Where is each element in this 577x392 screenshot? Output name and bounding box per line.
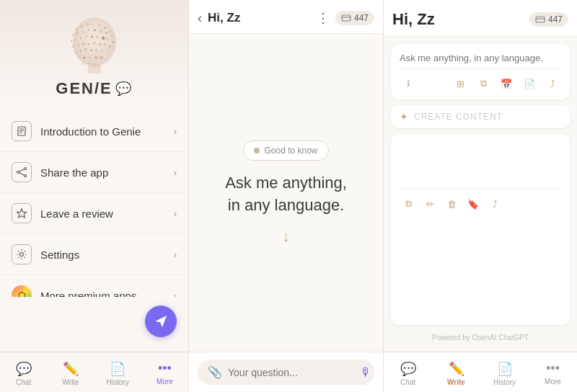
more-options-button[interactable]: ⋮ <box>317 10 330 26</box>
right-credit-icon <box>535 14 545 24</box>
right-tab-history[interactable]: 📄 History <box>480 358 529 389</box>
chat-input-field[interactable] <box>228 367 354 378</box>
response-card-actions: ⧉ ✏ 🗑 🔖 ⤴ <box>400 189 561 213</box>
info-icon[interactable]: ℹ <box>400 75 417 92</box>
menu-item-settings[interactable]: Settings › <box>0 234 188 275</box>
menu-item-share-label: Share the app <box>40 166 174 179</box>
trash-icon[interactable]: 🗑 <box>443 195 460 213</box>
menu-item-review[interactable]: Leave a review › <box>0 193 188 234</box>
menu-bottom <box>0 297 188 352</box>
right-history-tab-icon: 📄 <box>497 361 513 377</box>
powered-by-text: Powered by OpenAI ChatGPT <box>391 331 570 344</box>
welcome-line1: Ask me anything, <box>225 174 347 192</box>
chat-right-panel: Hi, Zz 447 ℹ ⊞ ⧉ 📅 📄 ⤴ ✦ CREATE CONTENT <box>384 0 577 392</box>
create-content-bar[interactable]: ✦ CREATE CONTENT <box>391 105 570 128</box>
menu-item-review-label: Leave a review <box>40 208 174 220</box>
svg-text:R: R <box>84 48 87 52</box>
right-tab-more[interactable]: ••• More <box>529 358 577 389</box>
chat-card-actions: ℹ ⊞ ⧉ 📅 📄 ⤴ <box>400 68 561 92</box>
chat-response-card: ⧉ ✏ 🗑 🔖 ⤴ <box>391 134 570 325</box>
right-more-tab-label: More <box>545 378 561 386</box>
mic-icon[interactable]: 🎙 <box>360 366 371 379</box>
good-to-know-label: Good to know <box>264 146 317 156</box>
calendar-icon[interactable]: 📅 <box>498 75 515 92</box>
right-more-tab-icon: ••• <box>546 361 560 376</box>
svg-text:D: D <box>109 30 111 33</box>
menu-item-share[interactable]: Share the app › <box>0 152 188 193</box>
copy-icon[interactable]: ⧉ <box>475 75 492 92</box>
chat-right-header: Hi, Zz 447 <box>384 0 577 37</box>
chat-right-body: ℹ ⊞ ⧉ 📅 📄 ⤴ ✦ CREATE CONTENT ⧉ ✏ 🗑 🔖 ⤴ <box>384 37 577 352</box>
chat-input-area: 📎 🎙 <box>189 352 383 392</box>
menu-item-intro[interactable]: Introduction to Genie › <box>0 111 188 152</box>
scroll-down-arrow: ↓ <box>283 228 290 245</box>
svg-text:L: L <box>107 37 109 41</box>
bookmark-icon[interactable]: 🔖 <box>464 195 482 213</box>
chat-middle-header: ‹ Hi, Zz ⋮ 447 <box>189 0 383 34</box>
more-tab-label: More <box>157 378 173 386</box>
svg-text:⊙: ⊙ <box>101 49 103 53</box>
share-action-icon[interactable]: ⤴ <box>544 75 561 92</box>
welcome-line2: in any language. <box>228 196 344 214</box>
svg-text:⊗: ⊗ <box>90 48 92 52</box>
logo-text-label: GEN/E <box>56 79 112 98</box>
svg-text:X: X <box>82 62 84 66</box>
chat-ask-field[interactable] <box>400 53 561 63</box>
svg-text:♦: ♦ <box>71 39 72 43</box>
svg-text:★: ★ <box>104 26 107 30</box>
svg-text:⊕: ⊕ <box>79 49 82 53</box>
svg-point-55 <box>17 172 19 174</box>
svg-text:I: I <box>76 37 76 41</box>
chat-middle-title: Hi, Zz <box>208 11 317 25</box>
chevron-right-icon: › <box>174 290 177 298</box>
svg-rect-62 <box>342 15 351 21</box>
chat-right-tabs: 💬 Chat ✏️ Write 📄 History ••• More <box>384 352 577 392</box>
send-fab-button[interactable] <box>145 306 177 337</box>
doc-icon[interactable]: 📄 <box>521 75 538 92</box>
chevron-right-icon: › <box>174 167 177 178</box>
svg-point-53 <box>25 168 27 170</box>
gear-icon <box>12 244 32 264</box>
edit-icon[interactable]: ✏ <box>421 195 439 213</box>
credit-badge: 447 <box>335 11 374 25</box>
right-chat-tab-icon: 💬 <box>400 361 416 377</box>
svg-text:♣: ♣ <box>99 43 101 46</box>
attach-icon[interactable]: 📎 <box>208 365 222 379</box>
svg-text:▲: ▲ <box>112 40 115 43</box>
right-credit-badge: 447 <box>529 12 568 27</box>
svg-text:F: F <box>88 28 90 32</box>
menu-item-premium-label: More premium apps <box>40 290 174 298</box>
right-write-tab-icon: ✏️ <box>449 361 464 377</box>
tab-more[interactable]: ••• More <box>141 358 188 389</box>
tab-write[interactable]: ✏️ Write <box>47 358 94 389</box>
svg-line-56 <box>19 169 25 172</box>
grid-icon[interactable]: ⊞ <box>452 75 469 92</box>
svg-text:O: O <box>93 41 96 45</box>
powered-by-label: Powered by OpenAI ChatGPT <box>432 334 529 342</box>
good-to-know-badge: Good to know <box>243 141 328 161</box>
book-icon <box>12 121 32 141</box>
svg-text:W: W <box>100 55 103 60</box>
tab-history[interactable]: 📄 History <box>94 358 141 389</box>
credit-amount: 447 <box>354 13 369 23</box>
right-credit-amount: 447 <box>548 14 563 24</box>
premium-icon: ⬡ <box>12 285 32 297</box>
menu-item-premium[interactable]: ⬡ More premium apps › <box>0 275 188 297</box>
svg-line-57 <box>19 173 25 175</box>
svg-text:C: C <box>98 23 101 27</box>
svg-rect-48 <box>88 65 101 74</box>
back-button[interactable]: ‹ <box>198 11 202 26</box>
app-logo-text: GEN/E 💬 <box>56 79 132 98</box>
right-tab-write[interactable]: ✏️ Write <box>432 358 480 389</box>
right-tab-chat[interactable]: 💬 Chat <box>384 358 432 389</box>
svg-point-54 <box>25 175 27 177</box>
history-tab-icon: 📄 <box>110 361 125 377</box>
write-tab-label: Write <box>62 378 79 386</box>
menu-item-intro-label: Introduction to Genie <box>40 125 174 138</box>
copy2-icon[interactable]: ⧉ <box>400 195 417 213</box>
svg-text:U: U <box>78 56 80 60</box>
tab-chat[interactable]: 💬 Chat <box>0 358 47 389</box>
share2-icon[interactable]: ⤴ <box>486 195 503 213</box>
write-tab-icon: ✏️ <box>63 361 79 377</box>
chevron-right-icon: › <box>174 126 177 137</box>
